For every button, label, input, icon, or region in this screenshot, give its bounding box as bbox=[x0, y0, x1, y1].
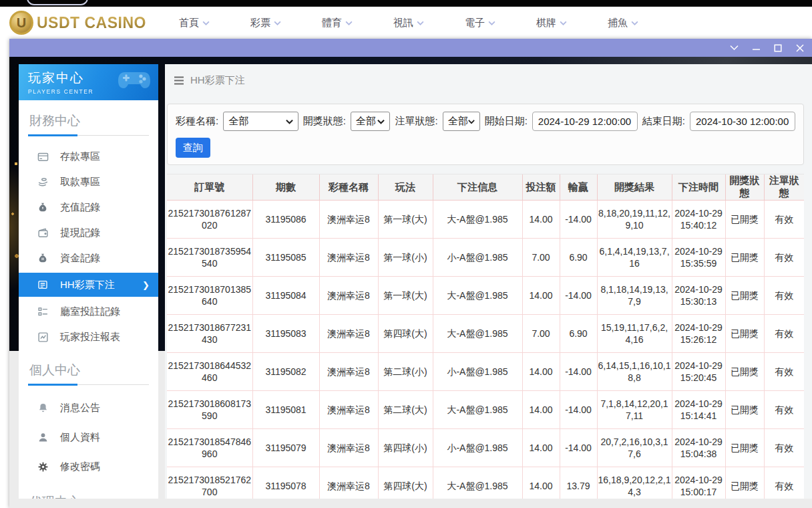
window-close-button[interactable] bbox=[795, 43, 805, 53]
table-cell: 31195081 bbox=[252, 391, 319, 429]
sidebar-item-player-bet-report[interactable]: 玩家投注報表 bbox=[19, 324, 158, 350]
window-collapse-button[interactable] bbox=[729, 43, 739, 53]
table-cell: 第四球(小) bbox=[378, 429, 433, 467]
player-center-sidebar: 玩家中心 PLAYERS CENTER 財務中心存款專區取款專區充值記錄提現記錄… bbox=[19, 64, 158, 499]
table-cell: 16,18,9,20,12,2,14,3 bbox=[597, 467, 672, 499]
money-bag-icon bbox=[37, 202, 49, 213]
table-row: 215217301852176270031195078澳洲幸运8第四球(大)大-… bbox=[167, 467, 804, 499]
nav-item-2[interactable]: 彩票 bbox=[250, 17, 281, 29]
nav-item-6[interactable]: 棋牌 bbox=[536, 17, 567, 29]
user-icon bbox=[37, 432, 49, 443]
chevron-right-icon: ❯ bbox=[142, 280, 150, 290]
table-cell: 澳洲幸运8 bbox=[319, 353, 378, 391]
table-cell: 2152173018701385640 bbox=[167, 277, 252, 315]
table-cell: 有效 bbox=[764, 429, 804, 467]
search-button[interactable]: 查詢 bbox=[176, 138, 210, 158]
sidebar-item-withdrawal-records[interactable]: 提現記錄 bbox=[19, 220, 158, 245]
nav-item-3[interactable]: 體育 bbox=[322, 17, 353, 29]
sidebar-item-funds-records[interactable]: 資金記錄 bbox=[19, 245, 158, 271]
nav-item-label: 體育 bbox=[322, 17, 342, 29]
column-header: 開獎狀態 bbox=[725, 174, 764, 201]
chevron-down-icon bbox=[274, 21, 281, 25]
chevron-down-icon bbox=[286, 119, 293, 124]
window-titlebar[interactable] bbox=[9, 39, 812, 57]
bet-records-table: 訂單號期數彩種名稱玩法下注信息投注額輸贏開獎結果下注時間開獎狀態注單狀態2152… bbox=[167, 174, 804, 499]
sidebar-item-change-password[interactable]: 修改密碼 bbox=[19, 452, 158, 481]
table-cell: 7.00 bbox=[522, 315, 560, 353]
table-row: 215217301876128702031195086澳洲幸运8第一球(大)大-… bbox=[167, 201, 804, 239]
sidebar-item-announcements[interactable]: 消息公告 bbox=[19, 393, 158, 422]
content-area: HH彩票下注 彩種名稱: 全部 開獎狀態: 全部 注單狀態: bbox=[165, 64, 812, 499]
table-cell: -14.00 bbox=[560, 201, 597, 239]
table-header-row: 訂單號期數彩種名稱玩法下注信息投注額輸贏開獎結果下注時間開獎狀態注單狀態 bbox=[167, 174, 804, 201]
window-maximize-button[interactable] bbox=[773, 43, 783, 53]
table-cell: 已開獎 bbox=[725, 201, 764, 239]
lottery-name-select[interactable]: 全部 bbox=[223, 112, 298, 131]
page-title: HH彩票下注 bbox=[190, 74, 245, 87]
sidebar-item-hh-lottery-bets[interactable]: HH彩票下注❯ bbox=[19, 273, 158, 297]
sidebar-item-label: 廳室投註記錄 bbox=[60, 305, 120, 318]
sidebar-item-hall-bet-records[interactable]: 廳室投註記錄 bbox=[19, 299, 158, 324]
table-cell: 大-A盤@1.985 bbox=[433, 391, 522, 429]
sidebar-section-2: 個人中心消息公告個人資料修改密碼 bbox=[19, 362, 158, 481]
sidebar-item-profile[interactable]: 個人資料 bbox=[19, 422, 158, 452]
order-status-select[interactable]: 全部 bbox=[443, 112, 480, 131]
table-cell: 已開獎 bbox=[725, 391, 764, 429]
table-cell: 31195082 bbox=[252, 353, 319, 391]
chevron-down-icon bbox=[377, 119, 385, 124]
chevron-down-icon bbox=[560, 21, 567, 25]
table-cell: 7.00 bbox=[522, 239, 560, 277]
table-cell: 小-A盤@1.985 bbox=[433, 239, 522, 277]
start-date-input[interactable] bbox=[532, 112, 638, 131]
top-pill-outline bbox=[27, 0, 88, 5]
sidebar-item-label: 取款專區 bbox=[60, 176, 100, 188]
sidebar-item-label: 資金記錄 bbox=[60, 252, 100, 265]
table-cell: 2152173018735954540 bbox=[167, 239, 252, 277]
table-cell: 2152173018644532460 bbox=[167, 353, 252, 391]
column-header: 開獎結果 bbox=[597, 174, 672, 201]
nav-item-5[interactable]: 電子 bbox=[465, 17, 495, 29]
column-header: 下注信息 bbox=[433, 174, 522, 201]
chevron-down-icon bbox=[417, 21, 424, 25]
table-cell: 2024-10-29 15:20:45 bbox=[672, 353, 725, 391]
sidebar-item-label: HH彩票下注 bbox=[60, 279, 115, 291]
table-cell: 31195083 bbox=[252, 315, 319, 353]
table-cell: 已開獎 bbox=[725, 353, 764, 391]
table-cell: 有效 bbox=[764, 277, 804, 315]
nav-item-7[interactable]: 捕魚 bbox=[608, 17, 638, 29]
table-cell: 澳洲幸运8 bbox=[319, 467, 378, 499]
window-minimize-button[interactable] bbox=[751, 43, 761, 53]
main-menu: 首頁彩票體育視訊電子棋牌捕魚 bbox=[179, 7, 638, 39]
table-cell: 已開獎 bbox=[725, 239, 764, 277]
player-center-window: 玩家中心 PLAYERS CENTER 財務中心存款專區取款專區充值記錄提現記錄… bbox=[9, 39, 812, 508]
nav-item-4[interactable]: 視訊 bbox=[393, 17, 424, 29]
draw-status-select[interactable]: 全部 bbox=[351, 112, 391, 131]
end-date-input[interactable] bbox=[690, 112, 795, 131]
sidebar-item-deposit-zone[interactable]: 存款專區 bbox=[19, 144, 158, 169]
section-title: 個人中心 bbox=[29, 362, 158, 379]
hamburger-icon[interactable] bbox=[174, 76, 184, 85]
table-cell: 大-A盤@1.985 bbox=[433, 201, 522, 239]
site-logo[interactable]: U USDT CASINO bbox=[9, 10, 146, 35]
nav-item-1[interactable]: 首頁 bbox=[179, 17, 210, 29]
table-cell: 2024-10-29 15:14:41 bbox=[672, 391, 725, 429]
table-cell: 2024-10-29 15:40:12 bbox=[672, 201, 725, 239]
table-cell: 2024-10-29 15:04:38 bbox=[672, 429, 725, 467]
sidebar-item-withdraw-zone[interactable]: 取款專區 bbox=[19, 169, 158, 195]
top-black-bar bbox=[0, 0, 812, 7]
column-header: 輸贏 bbox=[560, 174, 597, 201]
end-date-label: 結束日期: bbox=[642, 115, 685, 128]
nav-item-label: 彩票 bbox=[250, 17, 270, 29]
report-chart-icon bbox=[37, 332, 49, 343]
table-cell: 第一球(大) bbox=[378, 201, 433, 239]
chevron-down-icon bbox=[730, 45, 739, 51]
sidebar-item-recharge-records[interactable]: 充值記錄 bbox=[19, 195, 158, 220]
table-cell: 有效 bbox=[764, 391, 804, 429]
column-header: 訂單號 bbox=[167, 174, 252, 201]
table-cell: 14.00 bbox=[522, 277, 560, 315]
section-underline bbox=[28, 135, 149, 136]
table-cell: 第四球(大) bbox=[378, 315, 433, 353]
section-title: 財務中心 bbox=[29, 112, 158, 130]
table-cell: 6,1,4,14,19,13,7,16 bbox=[597, 239, 672, 277]
table-cell: -14.00 bbox=[560, 391, 597, 429]
